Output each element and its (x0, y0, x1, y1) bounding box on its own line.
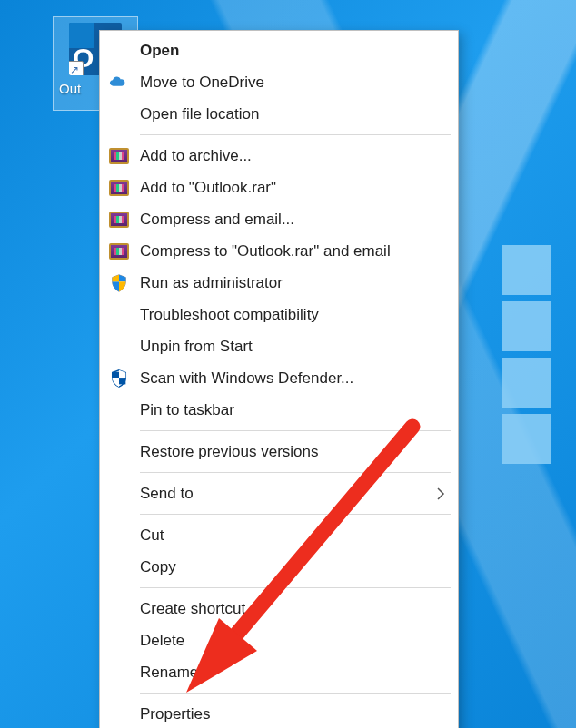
winrar-icon (109, 146, 129, 166)
menu-separator (140, 134, 451, 135)
menu-item-sendto[interactable]: Send to (100, 477, 458, 509)
menu-separator (140, 514, 451, 515)
shield-def-icon (109, 369, 129, 389)
menu-item-shortcut[interactable]: Create shortcut (100, 593, 458, 625)
menu-item-openloc[interactable]: Open file location (100, 98, 458, 130)
chevron-right-icon (436, 487, 445, 501)
menu-item-delete[interactable]: Delete (100, 625, 458, 656)
menu-separator (140, 472, 451, 473)
menu-item-label: Add to archive... (140, 147, 252, 165)
menu-item-label: Restore previous versions (140, 443, 319, 461)
menu-item-cut[interactable]: Cut (100, 519, 458, 551)
shield-uac-icon (109, 273, 129, 293)
menu-item-rename[interactable]: Rename (100, 656, 458, 688)
menu-item-label: Rename (140, 664, 198, 682)
menu-item-label: Unpin from Start (140, 338, 253, 356)
menu-item-pintaskbar[interactable]: Pin to taskbar (100, 394, 458, 426)
menu-item-label: Compress to "Outlook.rar" and email (140, 242, 391, 261)
svg-rect-0 (113, 371, 119, 377)
menu-item-label: Cut (140, 526, 164, 545)
menu-item-addoutlookrar[interactable]: Add to "Outlook.rar" (100, 172, 458, 203)
winrar-icon (109, 210, 129, 230)
menu-item-restoreprev[interactable]: Restore previous versions (100, 436, 458, 467)
menu-item-label: Scan with Windows Defender... (140, 369, 353, 388)
menu-item-label: Open (140, 42, 179, 60)
menu-item-open[interactable]: Open (100, 34, 458, 66)
menu-separator (140, 430, 451, 431)
menu-item-troubleshoot[interactable]: Troubleshoot compatibility (100, 299, 458, 330)
menu-item-label: Open file location (140, 105, 259, 123)
menu-item-compressoutlookemail[interactable]: Compress to "Outlook.rar" and email (100, 235, 458, 267)
svg-rect-1 (119, 378, 125, 384)
menu-item-label: Copy (140, 558, 176, 576)
shortcut-overlay-icon: ↗ (69, 61, 84, 75)
menu-item-onedrive[interactable]: Move to OneDrive (100, 66, 458, 98)
menu-item-properties[interactable]: Properties (100, 698, 458, 728)
menu-separator (140, 587, 451, 588)
menu-item-defender[interactable]: Scan with Windows Defender... (100, 362, 458, 394)
menu-separator (140, 693, 451, 694)
menu-item-label: Delete (140, 632, 184, 650)
menu-item-addarchive[interactable]: Add to archive... (100, 140, 458, 172)
menu-item-label: Compress and email... (140, 211, 294, 229)
menu-item-unpin[interactable]: Unpin from Start (100, 330, 458, 362)
menu-item-label: Send to (140, 485, 194, 503)
winrar-icon (109, 241, 129, 261)
onedrive-icon (109, 73, 129, 93)
winrar-icon (109, 178, 129, 198)
context-menu[interactable]: OpenMove to OneDriveOpen file locationAd… (99, 30, 459, 728)
menu-item-label: Pin to taskbar (140, 401, 234, 419)
menu-item-label: Add to "Outlook.rar" (140, 179, 276, 197)
menu-item-label: Properties (140, 705, 210, 723)
menu-item-copy[interactable]: Copy (100, 551, 458, 583)
menu-item-runadmin[interactable]: Run as administrator (100, 267, 458, 299)
menu-item-label: Troubleshoot compatibility (140, 306, 319, 324)
menu-item-label: Move to OneDrive (140, 74, 264, 92)
windows-logo-decor (502, 245, 565, 517)
menu-item-label: Run as administrator (140, 274, 283, 292)
menu-item-compressemail[interactable]: Compress and email... (100, 203, 458, 235)
menu-item-label: Create shortcut (140, 600, 245, 618)
